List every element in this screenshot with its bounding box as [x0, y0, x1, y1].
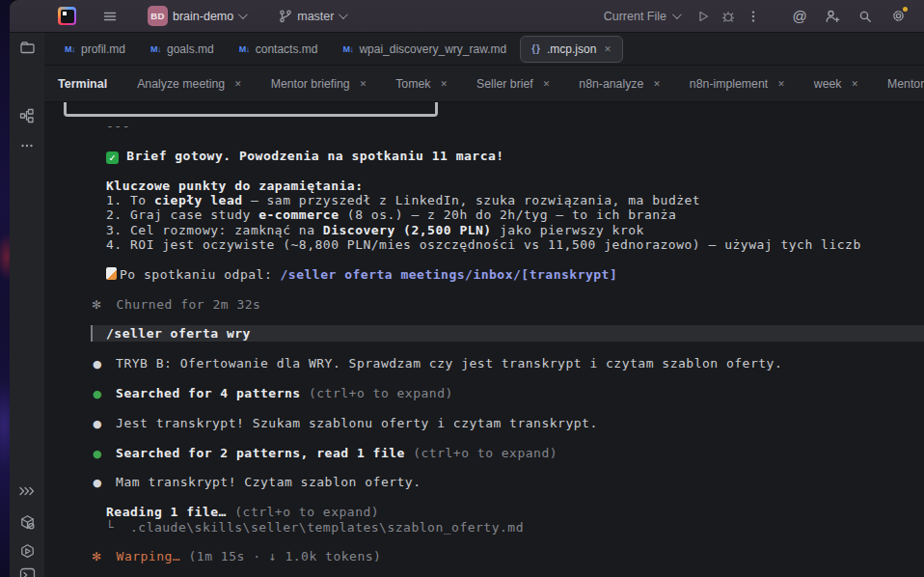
- terminal-tab-label: n8n-implement: [690, 77, 768, 91]
- check-emoji: ✓: [106, 151, 119, 164]
- close-icon[interactable]: ✕: [653, 79, 661, 89]
- bullet-icon: ●: [93, 418, 102, 430]
- editor-tab-label: .mcp.json: [547, 42, 596, 56]
- text-segment: (1m 15s · ↓ 1.0k tokens): [189, 549, 382, 563]
- editor-tab-profil-md[interactable]: M↓profil.md: [53, 36, 137, 63]
- terminal-line: Reading 1 file… (ctrl+o to expand): [106, 505, 924, 519]
- memo-emoji: [106, 267, 117, 280]
- project-widget[interactable]: BD brain-demo: [148, 6, 245, 26]
- terminal-icon[interactable]: [16, 564, 38, 577]
- folder-icon[interactable]: [16, 37, 38, 58]
- text-segment: Kluczowe punkty do zapamiętania:: [106, 179, 363, 193]
- close-icon[interactable]: ✕: [543, 79, 551, 89]
- terminal-tab-n8n-analyze[interactable]: n8n-analyze✕: [568, 72, 671, 96]
- close-icon[interactable]: ✕: [604, 44, 611, 54]
- terminal-tab-seller-brief[interactable]: Seller brief✕: [466, 72, 560, 96]
- ai-assistant-icon[interactable]: @: [787, 5, 812, 28]
- terminal-line: Po spotkaniu odpal: /seller oferta meeti…: [106, 267, 924, 282]
- debug-button[interactable]: [716, 5, 741, 28]
- terminal-line: ●TRYB B: Ofertowanie dla WRY. Sprawdzam …: [106, 356, 924, 371]
- editor-tab-bar: M↓profil.mdM↓goals.mdM↓contacts.mdM↓wpai…: [44, 33, 924, 66]
- text-segment: /seller oferta wry: [106, 326, 251, 341]
- bullet-icon: ●: [93, 477, 102, 489]
- titlebar: BD brain-demo master Current File: [10, 0, 924, 33]
- close-icon[interactable]: ✕: [234, 79, 242, 89]
- run-button[interactable]: [691, 5, 716, 28]
- chevron-down-icon: [339, 10, 348, 19]
- spark-icon: ✻: [92, 298, 102, 312]
- blank-line: [106, 400, 924, 415]
- text-segment: (8 os.) — z 20h do 2h/tyg — to ich branż…: [340, 207, 677, 222]
- ide-window: BD brain-demo master Current File: [10, 0, 924, 577]
- blank-line: [106, 535, 924, 549]
- text-segment: Mam transkrypt! Czytam szablon oferty.: [116, 475, 421, 489]
- blank-line: [106, 282, 924, 296]
- run-configuration-label: Current File: [604, 10, 666, 23]
- terminal-lines: ---✓ Brief gotowy. Powodzenia na spotkan…: [106, 119, 924, 564]
- double-chevron-icon[interactable]: [16, 481, 38, 502]
- terminal-tab-tomek[interactable]: Tomek✕: [385, 72, 458, 96]
- text-segment: ---: [106, 119, 130, 133]
- terminal-tab-mentor[interactable]: Mentor✕: [877, 72, 924, 96]
- close-icon[interactable]: ✕: [360, 79, 367, 89]
- editor-tab-goals-md[interactable]: M↓goals.md: [139, 36, 226, 63]
- text-segment: Discovery (2,500 PLN): [323, 223, 492, 237]
- chevron-down-icon: [238, 10, 248, 19]
- terminal-tab-week[interactable]: week✕: [803, 72, 869, 96]
- text-segment: (ctrl+o to expand): [405, 446, 557, 460]
- settings-icon[interactable]: [885, 5, 910, 28]
- terminal-tool-window-title[interactable]: Terminal: [58, 77, 107, 91]
- blank-line: [106, 312, 924, 326]
- editor-tab-label: goals.md: [167, 42, 214, 56]
- close-icon[interactable]: ✕: [440, 79, 448, 89]
- branch-widget[interactable]: master: [278, 9, 345, 23]
- blank-line: [106, 430, 924, 445]
- search-icon[interactable]: [853, 5, 878, 28]
- text-segment: Searched for 4 patterns: [116, 386, 301, 400]
- terminal-line: 3. Cel rozmowy: zamknąć na Discovery (2,…: [106, 223, 924, 237]
- terminal-tab-mentor-briefing[interactable]: Mentor briefing✕: [260, 72, 378, 96]
- hamburger-menu-icon[interactable]: [97, 5, 122, 28]
- text-segment: 4. ROI jest oczywiste (~8,800 PLN/mies o…: [106, 237, 861, 252]
- more-actions-icon[interactable]: [741, 5, 766, 28]
- tool-window-bar: [10, 33, 44, 577]
- main-area: M↓profil.mdM↓goals.mdM↓contacts.mdM↓wpai…: [44, 33, 924, 577]
- structure-icon[interactable]: [16, 105, 38, 126]
- text-segment: Searched for 2 patterns, read 1 file: [116, 446, 405, 460]
- editor-tab-label: profil.md: [81, 42, 125, 56]
- more-icon[interactable]: [16, 135, 38, 156]
- add-user-icon[interactable]: [820, 5, 845, 28]
- terminal-tab-n8n-implement[interactable]: n8n-implement✕: [679, 72, 796, 96]
- blank-line: [106, 163, 924, 178]
- terminal-line: ●Jest transkrypt! Szukam szablonu oferty…: [106, 416, 924, 430]
- text-segment: └: [106, 520, 130, 535]
- editor-tab-label: wpai_discovery_wry_raw.md: [359, 42, 506, 56]
- window-body: M↓profil.mdM↓goals.mdM↓contacts.mdM↓wpai…: [10, 33, 924, 577]
- terminal-tab-label: Mentor briefing: [271, 77, 350, 91]
- run-configuration-selector[interactable]: Current File: [604, 10, 679, 23]
- editor-tab-wpai-discovery-wry-raw-md[interactable]: M↓wpai_discovery_wry_raw.md: [331, 36, 518, 63]
- text-segment: jako pierwszy krok: [492, 223, 644, 237]
- text-segment: Churned for 2m 32s: [117, 297, 261, 312]
- chevron-down-icon: [672, 10, 682, 19]
- terminal-tab-analyze-meeting[interactable]: Analyze meeting✕: [126, 72, 252, 96]
- text-segment: Po spotkaniu odpal:: [120, 267, 281, 282]
- terminal-line: ●Searched for 4 patterns (ctrl+o to expa…: [106, 386, 924, 400]
- close-icon[interactable]: ✕: [851, 79, 858, 89]
- blank-line: [106, 253, 924, 267]
- bullet-icon: ●: [93, 358, 102, 371]
- terminal-line: ●Mam transkrypt! Czytam szablon oferty.: [106, 475, 924, 489]
- terminal-output[interactable]: ---✓ Brief gotowy. Powodzenia na spotkan…: [44, 102, 924, 577]
- terminal-tab-label: Mentor: [887, 77, 924, 91]
- text-segment: e-commerce: [258, 207, 339, 222]
- terminal-line: ●Searched for 2 patterns, read 1 file (c…: [106, 446, 924, 460]
- terminal-tab-label: Tomek: [395, 77, 430, 91]
- git-branch-icon: [278, 9, 292, 23]
- editor-tab--mcp-json[interactable]: {}.mcp.json✕: [520, 36, 623, 63]
- prompt-box-bottom-border: [64, 102, 438, 117]
- text-segment: — sam przyszedł z LinkedIn, szuka rozwią…: [243, 193, 701, 207]
- editor-tab-contacts-md[interactable]: M↓contacts.md: [228, 36, 330, 63]
- services-icon[interactable]: [16, 540, 38, 562]
- build-icon[interactable]: [16, 511, 38, 533]
- close-icon[interactable]: ✕: [777, 79, 785, 89]
